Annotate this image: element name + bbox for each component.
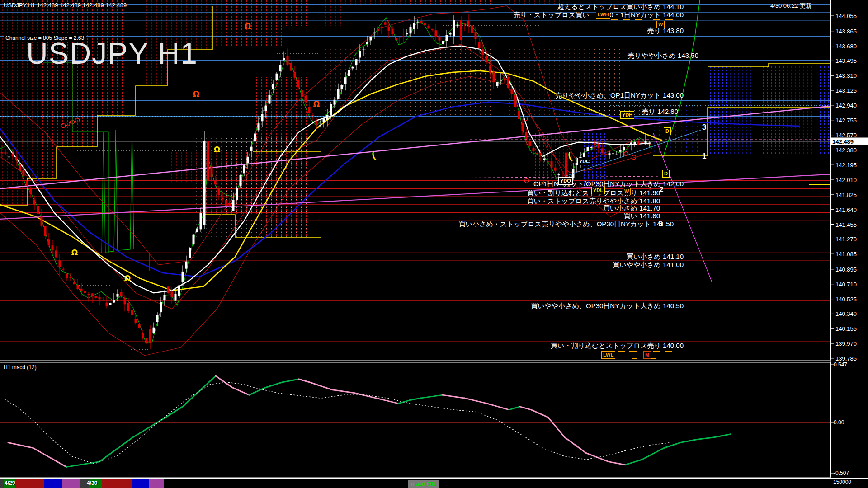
macd-main-line — [548, 417, 565, 437]
omega-marker: Ω — [71, 248, 78, 257]
session-segment — [15, 479, 44, 488]
orange-dash-decoration — [653, 19, 660, 20]
level-tag-w: W — [623, 188, 631, 195]
session-segment — [132, 479, 149, 488]
price-annotation: 売り 142.80 — [642, 108, 678, 116]
price-annotation: 買い小さめ 141.10 — [627, 253, 684, 261]
macd-main-line — [487, 404, 509, 410]
level-tag-lwh: LWH — [596, 11, 610, 19]
trading-terminal-window: ΩΩΩΩΩΩ(( USDJPY H1 USDJPY,H1 142.489 142… — [0, 0, 868, 488]
price-axis-tick: 144.055 — [835, 13, 857, 19]
macd-main-line — [410, 398, 420, 400]
macd-axis-tick: 0.547 — [834, 361, 847, 368]
macd-main-line — [354, 393, 376, 398]
macd-main-line — [332, 389, 354, 393]
orange-dash-decoration — [629, 351, 637, 352]
macd-pane — [0, 376, 831, 467]
macd-main-line — [609, 462, 625, 465]
session-segment — [62, 479, 80, 488]
price-annotation: 売りやや小さめ 143.50 — [627, 52, 698, 60]
macd-main-line — [66, 462, 99, 467]
volume-scale-label: 150000 — [833, 479, 851, 485]
macd-on-badge[interactable]: macd ON — [408, 480, 439, 488]
level-tag-ydl: YDL — [591, 187, 605, 194]
date-label: 4/30 — [87, 480, 97, 486]
orange-dash-decoration — [611, 19, 618, 20]
macd-main-line — [531, 410, 548, 417]
macd-main-line — [33, 448, 66, 467]
macd-main-line — [282, 379, 299, 382]
price-axis-tick: 141.640 — [835, 206, 857, 213]
macd-main-line — [443, 395, 465, 398]
wave-count-number: 5 — [658, 220, 662, 229]
orange-dash-decoration — [618, 351, 625, 352]
orange-dash-decoration — [632, 358, 637, 359]
macd-main-line — [520, 407, 531, 410]
level-tag-ydh: YDH — [620, 111, 634, 119]
macd-signal-line — [5, 382, 670, 464]
level-tag-d: D — [664, 127, 671, 135]
level-tag-lwl: LWL — [601, 351, 615, 359]
macd-main-line — [420, 395, 443, 398]
macd-axis-tick: 0.00 — [834, 419, 844, 426]
price-annotation: 買い・割り込むとストップロス売り 140.00 — [551, 342, 684, 350]
level-tag-w: W — [656, 21, 665, 28]
omega-marker: Ω — [193, 89, 199, 99]
macd-main-line — [249, 388, 265, 395]
macd-main-line — [642, 448, 664, 460]
macd-main-line — [232, 388, 249, 395]
session-segment — [0, 479, 4, 488]
macd-axis-tick: -0.507 — [834, 470, 849, 476]
price-annotation: 買いやや小さめ 141.00 — [613, 261, 684, 269]
price-axis-tick: 142.010 — [835, 176, 857, 183]
macd-main-line — [299, 379, 310, 382]
macd-main-line — [625, 460, 642, 465]
wave-count-number: 3 — [702, 123, 706, 132]
session-segment — [164, 479, 831, 488]
orange-dash-decoration — [651, 358, 656, 359]
price-axis-tick: 143.865 — [835, 28, 857, 34]
price-annotation: 買い小さめ・ストップロス売りやや小さめ、OP30日NYカット 141.50 — [459, 220, 674, 229]
price-axis-tick: 140.710 — [835, 281, 857, 287]
symbol-ohlc-readout: USDJPY,H1 142.489 142.489 142.489 142.48… — [4, 2, 127, 9]
level-tag-ydo: YDO — [558, 177, 573, 185]
orange-dash-decoration — [635, 19, 642, 20]
macd-main-line — [265, 382, 282, 388]
orange-dash-decoration — [653, 351, 660, 352]
price-axis-tick: 142.380 — [835, 147, 857, 154]
macd-main-line — [509, 407, 520, 410]
channel-info-label: Channel size = 805 Slope = 2.63 — [4, 34, 86, 42]
price-axis-tick: 139.785 — [835, 355, 857, 361]
date-label: 4/29 — [5, 480, 15, 486]
price-axis-tick: 141.085 — [835, 251, 857, 258]
session-segment — [149, 479, 164, 488]
level-tag-d: D — [662, 170, 670, 178]
session-segment — [102, 479, 132, 488]
price-axis-tick: 140.895 — [835, 266, 857, 272]
level-tag-m: M — [643, 351, 651, 359]
macd-main-line — [8, 442, 33, 448]
price-axis-tick: 142.195 — [835, 162, 857, 169]
macd-indicator-label: H1 macd (12) — [4, 364, 37, 371]
price-axis-tick: 140.340 — [835, 310, 857, 317]
macd-main-line — [376, 398, 398, 404]
price-axis-tick: 143.125 — [835, 87, 857, 94]
level-tag-ydc: YDC — [577, 158, 591, 165]
price-axis-tick: 143.310 — [835, 72, 857, 79]
orange-dash-decoration — [665, 351, 672, 352]
macd-main-line — [166, 407, 183, 417]
price-axis-tick: 141.825 — [835, 191, 857, 198]
orange-dash-decoration — [623, 19, 630, 20]
orange-dash-decoration — [665, 19, 673, 20]
price-axis-tick: 143.680 — [835, 42, 857, 49]
crescent-marker: ( — [370, 149, 377, 161]
price-axis-tick: 143.495 — [835, 57, 857, 64]
macd-main-line — [664, 442, 680, 448]
macd-main-line — [99, 437, 133, 462]
price-axis-tick: 142.755 — [835, 117, 857, 123]
current-price-label: 142.489 — [831, 137, 868, 145]
price-axis-tick: 140.155 — [835, 325, 857, 332]
session-segment — [44, 479, 62, 488]
price-annotation: 買いやや小さめ、OP30日NYカット大きめ 140.50 — [531, 302, 684, 310]
omega-marker: Ω — [124, 274, 131, 283]
